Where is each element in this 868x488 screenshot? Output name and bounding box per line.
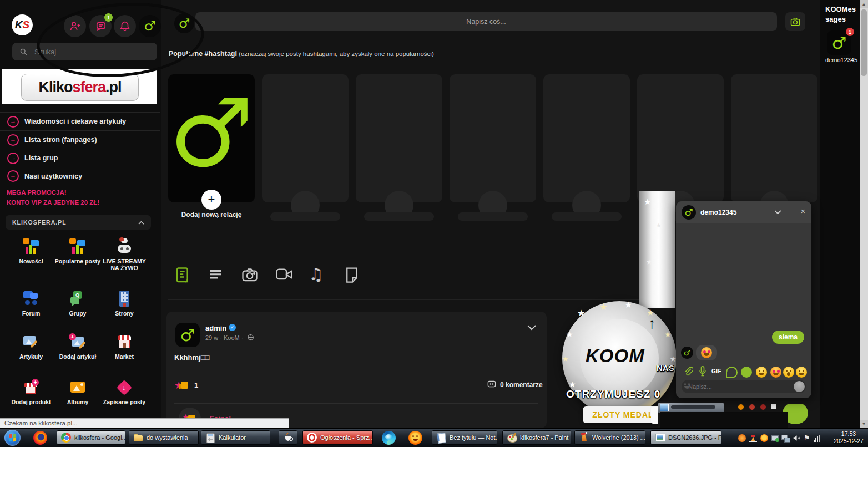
sidebar-item-lista-grup[interactable]: → Lista grup (0, 149, 160, 167)
shortcut-popularne-posty[interactable]: Popularne posty (54, 237, 102, 265)
feed-filter-photos[interactable] (241, 267, 260, 284)
section-header-klikosfera[interactable]: KLIKOSFERA.PL (6, 215, 151, 230)
camera-icon (790, 16, 801, 27)
taskbar-button-calculator[interactable]: Kalkulator (201, 430, 270, 445)
feed-filter-notes[interactable] (344, 267, 363, 284)
promo-line-1[interactable]: MEGA PROMOCJA! (7, 189, 67, 196)
story-placeholder[interactable] (637, 74, 724, 202)
post-author-avatar[interactable]: ♂ (175, 323, 200, 347)
rail-username[interactable]: demo12345 (825, 57, 857, 63)
vertical-scrollbar[interactable]: ▲ ▼ (860, 0, 868, 428)
story-add-card[interactable]: ♂ + (168, 74, 255, 202)
klikosfera-logo-button[interactable]: Klikosfera.pl (21, 74, 139, 101)
shortcut-zapisane-posty[interactable]: ↓ Zapisane posty (100, 378, 148, 406)
chat-input[interactable] (682, 380, 806, 393)
emoji-picker-icon[interactable] (794, 381, 805, 392)
chat-collapse-chevron-icon[interactable] (774, 210, 781, 215)
site-logo-ks[interactable]: KS (12, 14, 33, 35)
feed-filter-music[interactable]: ♫ (309, 266, 327, 283)
post-author-name[interactable]: admin (205, 324, 226, 332)
tray-volume-icon[interactable] (793, 434, 800, 442)
notifications-button[interactable] (114, 15, 136, 37)
chat-minimize-icon[interactable]: – (789, 206, 793, 216)
sidebar-item-nasi-uzytkownicy[interactable]: → Nasi użytkownicy (0, 167, 160, 185)
tray-sun-icon[interactable] (760, 434, 768, 442)
crying-emoji-icon[interactable] (796, 367, 807, 378)
composer-photo-button[interactable] (785, 12, 805, 31)
shortcut-forum[interactable]: Forum (7, 289, 55, 317)
tray-network-icon[interactable] (781, 434, 789, 442)
scrollbar-up-arrow[interactable]: ▲ (860, 0, 868, 8)
profile-avatar[interactable]: ♂ (139, 15, 161, 37)
sidebar-item-lista-stron[interactable]: → Lista stron (fanpages) (0, 130, 160, 149)
taskbar-button-photo-viewer[interactable]: DSCN2636.JPG - P... (650, 430, 721, 445)
shortcut-nowosci[interactable]: Nowości (7, 237, 55, 265)
story-placeholder[interactable] (262, 74, 349, 202)
laughing-emoji-icon[interactable] (756, 367, 767, 378)
story-placeholder[interactable] (543, 74, 630, 202)
surprised-emoji-icon[interactable] (783, 367, 794, 378)
shortcut-artykuly[interactable]: Artykuły (7, 333, 55, 360)
promo-line-2[interactable]: KONTO VIP ZA JEDYNE 20 ZŁ! (7, 199, 99, 206)
taskbar-button-paint[interactable]: klikosfera7 - Paint (502, 430, 571, 445)
tray-signal-bars-icon[interactable] (814, 434, 821, 442)
star-struck-emoji-icon[interactable] (770, 367, 781, 378)
composer-input[interactable]: Napisz coś... (195, 12, 777, 31)
hashtags-tag[interactable]: #hashtagi (205, 50, 237, 58)
attach-file-icon[interactable] (683, 366, 693, 377)
scrollbar-thumb[interactable] (861, 9, 867, 76)
add-story-plus-button[interactable]: + (201, 190, 221, 210)
gif-button[interactable]: GIF (711, 368, 721, 374)
story-placeholder[interactable] (356, 74, 442, 202)
shortcut-albumy[interactable]: Albumy (54, 378, 102, 406)
feed-filter-videos[interactable] (275, 267, 294, 284)
taskbar-button-chrome[interactable]: klikosfera - Googl... (57, 430, 125, 445)
color-dot-icon[interactable] (741, 367, 752, 378)
shortcut-live-streamy[interactable]: LIVE STREAMY NA ŻYWO (100, 237, 148, 271)
post-reactions[interactable]: ★ (175, 378, 190, 393)
comments-count[interactable]: 0 komentarze (487, 380, 543, 389)
sidebar-item-wiadomosci[interactable]: → Wiadomości i ciekawe artykuły (0, 112, 160, 130)
messages-button[interactable]: 1 (89, 15, 112, 37)
firefox-icon[interactable] (33, 431, 47, 445)
scrollbar-down-arrow[interactable]: ▼ (860, 420, 868, 428)
taskbar-button-notepad[interactable]: Bez tytułu — Not... (432, 430, 497, 445)
sticker-icon[interactable] (726, 367, 738, 378)
rail-chat-avatar[interactable]: ♂ 1 (827, 30, 851, 55)
microphone-icon[interactable] (699, 366, 706, 377)
story-placeholder[interactable] (731, 74, 817, 202)
taskbar-button-wolverine[interactable]: Wolverine (2013) ... (574, 430, 645, 445)
feed-filter-text[interactable] (208, 267, 226, 284)
add-friend-button[interactable] (64, 15, 86, 37)
taskbar-button-opera[interactable]: Ogłoszenia - Sprz... (302, 430, 373, 445)
shortcut-market[interactable]: Market (100, 333, 148, 360)
divider (168, 250, 652, 250)
shortcut-grupy[interactable]: Q Grupy (54, 289, 102, 317)
chat-header[interactable]: ♂ demo12345 – × (676, 201, 811, 223)
gamepad-icon (115, 237, 134, 256)
tray-vlc-santa-icon[interactable] (749, 434, 757, 442)
male-symbol-icon: ♂ (684, 207, 693, 218)
tray-security-icon[interactable] (771, 434, 779, 442)
shortcut-label: Zapisane posty (100, 399, 148, 406)
tray-action-center-flag-icon[interactable]: ⚑ (804, 434, 811, 442)
chat-close-icon[interactable]: × (801, 207, 805, 216)
chat-message-input[interactable] (682, 383, 784, 390)
shortcut-label: Albumy (54, 399, 102, 406)
taskbar-clock[interactable]: 17:53 2025-12-27 (831, 430, 866, 445)
sun-icon[interactable] (408, 431, 422, 445)
taskbar-button-folder[interactable]: do wystawienia (129, 430, 199, 445)
composer-avatar[interactable]: ♂ (174, 13, 194, 33)
taskbar-button-java[interactable] (279, 430, 297, 445)
tray-app-icon[interactable] (738, 434, 746, 442)
start-button[interactable] (4, 430, 21, 446)
edge-icon[interactable] (382, 431, 396, 445)
feed-filter-news[interactable] (174, 267, 193, 284)
search-bar[interactable] (12, 43, 157, 60)
shortcut-strony[interactable]: Strony (100, 289, 148, 317)
post-menu-chevron-icon[interactable] (527, 325, 536, 331)
search-input[interactable] (33, 47, 147, 57)
story-placeholder[interactable] (450, 74, 536, 202)
shortcut-dodaj-artykul[interactable]: + Dodaj artykuł (54, 333, 102, 360)
shortcut-dodaj-produkt[interactable]: + Dodaj produkt (7, 378, 55, 406)
